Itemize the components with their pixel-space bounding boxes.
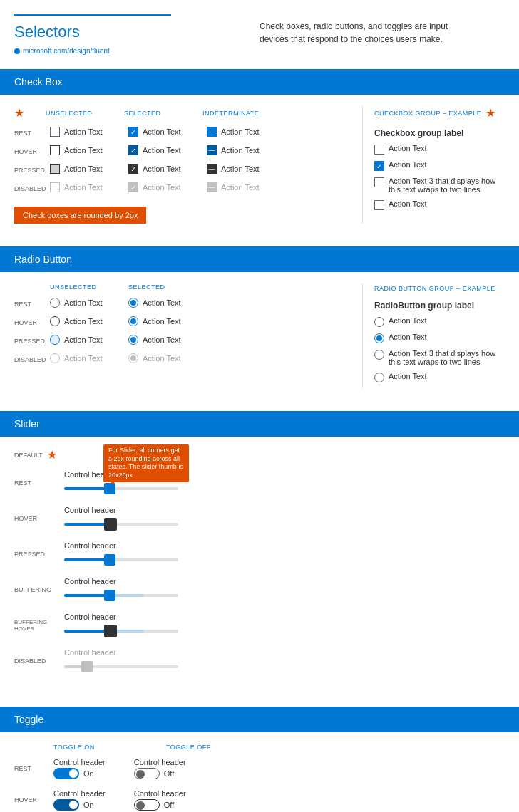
- checkbox-section: Check Box ★ UNSELECTED SELECTED INDETERM…: [0, 69, 519, 235]
- checkbox-checked-pressed-icon[interactable]: [128, 164, 138, 174]
- radio-row-pressed: PRESSED Action Text Action Text: [14, 335, 362, 345]
- cb-unselected-pressed[interactable]: Action Text: [50, 164, 128, 174]
- cb-selected-rest[interactable]: Action Text: [128, 127, 207, 137]
- checkbox-icon[interactable]: [50, 127, 60, 137]
- example-cb-2[interactable]: [374, 161, 384, 171]
- slider-row-buffering: BUFFERING Control header: [14, 577, 505, 603]
- toggle-off-hover[interactable]: Control header Off: [134, 789, 186, 811]
- page-link-text: microsoft.com/design/fluent: [23, 47, 110, 55]
- page-link[interactable]: microsoft.com/design/fluent: [14, 47, 260, 55]
- toggle-switch-off-rest[interactable]: [134, 768, 160, 779]
- rb-unselected-rest[interactable]: Action Text: [50, 298, 128, 308]
- rb-selected-pressed[interactable]: Action Text: [128, 335, 207, 345]
- toggle-switch-off-hover[interactable]: [134, 799, 160, 811]
- toggle-section: Toggle TOGGLE ON TOGGLE OFF REST Control…: [0, 707, 519, 812]
- radio-disabled-icon: [50, 353, 60, 363]
- rb-ex-2[interactable]: [374, 333, 384, 343]
- cb-selected-pressed[interactable]: Action Text: [128, 164, 207, 174]
- slider-section-header: Slider: [0, 411, 519, 437]
- toggle-switch-on-rest[interactable]: [53, 768, 79, 779]
- radio-section: Radio Button UNSELECTED SELECTED REST Ac…: [0, 246, 519, 400]
- checkbox-checked-icon[interactable]: [128, 127, 138, 137]
- rb-ex-1[interactable]: [374, 317, 384, 327]
- checkbox-indeterminate-disabled-icon: [207, 182, 217, 192]
- cb-indeterminate-disabled: Action Text: [207, 182, 285, 192]
- rb-state-rest: REST: [14, 298, 50, 308]
- rb-example-item-1[interactable]: Action Text: [374, 316, 505, 327]
- checkbox-row-disabled: DISABLED Action Text Action Text Action …: [14, 182, 362, 192]
- toggle-on-hover[interactable]: Control header On: [53, 789, 106, 811]
- slider-control-pressed[interactable]: Control header: [64, 541, 178, 567]
- checkbox-row-pressed: PRESSED Action Text Action Text Action T…: [14, 164, 362, 174]
- slider-row-disabled: DISABLED Control header: [14, 648, 505, 674]
- cb-indeterminate-hover[interactable]: Action Text: [207, 145, 285, 155]
- checkbox-hover-icon[interactable]: [50, 145, 60, 155]
- rb-example-group-label: RadioButton group label: [374, 301, 505, 311]
- slider-state-buffering: BUFFERING: [14, 586, 64, 593]
- toggle-state-hover: HOVER: [14, 796, 53, 803]
- example-item-1[interactable]: Action Text: [374, 144, 505, 155]
- page-description: Check boxes, radio buttons, and toggles …: [260, 20, 459, 46]
- checkbox-indeterminate-pressed-icon[interactable]: [207, 164, 217, 174]
- rb-ex-3[interactable]: [374, 350, 384, 360]
- radio-pressed-icon[interactable]: [50, 335, 60, 345]
- cb-selected-disabled: Action Text: [128, 182, 207, 192]
- example-item-3[interactable]: Action Text 3 that displays how this tex…: [374, 177, 505, 194]
- rb-ex-4[interactable]: [374, 373, 384, 382]
- cb-unselected-rest[interactable]: Action Text: [50, 127, 128, 137]
- example-cb-4[interactable]: [374, 200, 384, 210]
- slider-control-buffering-hover[interactable]: Control header: [64, 613, 178, 638]
- page-header: Selectors microsoft.com/design/fluent Ch…: [0, 0, 519, 69]
- example-cb-1[interactable]: [374, 145, 384, 155]
- rb-state-hover: HOVER: [14, 316, 50, 326]
- cb-unselected-hover[interactable]: Action Text: [50, 145, 128, 155]
- rb-selected-rest[interactable]: Action Text: [128, 298, 207, 308]
- example-header: CHECKBOX GROUP – EXAMPLE: [374, 110, 481, 117]
- checkbox-checked-hover-icon[interactable]: [128, 145, 138, 155]
- slider-control-disabled: Control header: [64, 648, 178, 674]
- col-selected: SELECTED: [124, 110, 202, 117]
- col-unselected: UNSELECTED: [46, 110, 124, 117]
- rb-example-item-3[interactable]: Action Text 3 that displays how this tex…: [374, 349, 505, 366]
- toggle-switch-on-hover[interactable]: [53, 799, 79, 811]
- radio-row-hover: HOVER Action Text Action Text: [14, 316, 362, 326]
- toggle-col-off: TOGGLE OFF: [166, 744, 211, 751]
- slider-section: Slider DEFAULT ★ REST Control header For…: [0, 411, 519, 695]
- state-disabled: DISABLED: [14, 182, 50, 192]
- example-item-2[interactable]: Action Text: [374, 160, 505, 171]
- state-rest: REST: [14, 127, 50, 137]
- rb-unselected-hover[interactable]: Action Text: [50, 316, 128, 326]
- toggle-on-rest[interactable]: Control header On: [53, 758, 106, 779]
- checkbox-indeterminate-icon[interactable]: [207, 127, 217, 137]
- slider-control-buffering[interactable]: Control header: [64, 577, 178, 603]
- radio-selected-pressed-icon[interactable]: [128, 335, 138, 345]
- rb-example-item-2[interactable]: Action Text: [374, 333, 505, 343]
- radio-selected-hover-icon[interactable]: [128, 316, 138, 326]
- rb-col-selected: SELECTED: [128, 283, 207, 291]
- state-pressed: PRESSED: [14, 164, 50, 174]
- example-cb-3[interactable]: [374, 177, 384, 187]
- example-item-4[interactable]: Action Text: [374, 199, 505, 210]
- checkbox-pressed-icon[interactable]: [50, 164, 60, 174]
- radio-selected-icon[interactable]: [128, 298, 138, 308]
- slider-control-hover[interactable]: Control header: [64, 506, 178, 531]
- checkbox-disabled-icon: [50, 182, 60, 192]
- checkbox-indeterminate-hover-icon[interactable]: [207, 145, 217, 155]
- rb-unselected-pressed[interactable]: Action Text: [50, 335, 128, 345]
- slider-control-rest[interactable]: Control header For Slider, all corners g…: [64, 470, 178, 496]
- cb-indeterminate-rest[interactable]: Action Text: [207, 127, 285, 137]
- rb-example-header: RADIO BUTTON GROUP – EXAMPLE: [374, 285, 495, 292]
- radio-hover-icon[interactable]: [50, 316, 60, 326]
- rb-example-item-4[interactable]: Action Text: [374, 372, 505, 382]
- slider-state-rest: REST: [14, 479, 64, 486]
- checkbox-row-hover: HOVER Action Text Action Text Action Tex…: [14, 145, 362, 155]
- toggle-off-rest[interactable]: Control header Off: [134, 758, 186, 779]
- checkbox-orange-button[interactable]: Check boxes are rounded by 2px: [14, 207, 146, 224]
- rb-selected-hover[interactable]: Action Text: [128, 316, 207, 326]
- radio-icon[interactable]: [50, 298, 60, 308]
- slider-state-buffering-hover: BUFFERING HOVER: [14, 619, 64, 632]
- checkbox-star-icon: ★: [14, 106, 24, 120]
- cb-indeterminate-pressed[interactable]: Action Text: [207, 164, 285, 174]
- slider-tooltip: For Slider, all corners get a 2px roundi…: [103, 444, 189, 482]
- cb-selected-hover[interactable]: Action Text: [128, 145, 207, 155]
